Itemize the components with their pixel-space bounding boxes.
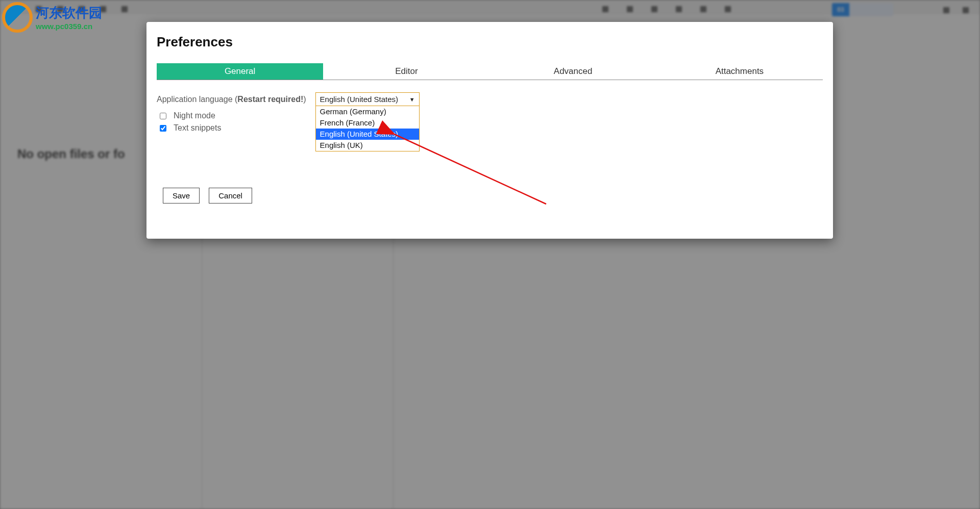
language-dropdown: German (Germany) French (France) English… xyxy=(315,106,420,151)
chevron-down-icon: ▼ xyxy=(409,96,415,103)
language-selected-value: English (United States) xyxy=(320,95,398,104)
night-mode-label: Night mode xyxy=(174,111,215,120)
logo-title: 河东软件园 xyxy=(36,4,102,22)
text-snippets-checkbox[interactable] xyxy=(160,125,166,132)
language-option-german[interactable]: German (Germany) xyxy=(316,106,419,117)
language-select[interactable]: English (United States) ▼ xyxy=(315,92,420,106)
language-option-english-uk[interactable]: English (UK) xyxy=(316,140,419,151)
language-option-english-us[interactable]: English (United States) xyxy=(316,129,419,140)
text-snippets-label: Text snippets xyxy=(174,123,221,133)
dialog-buttons: Save Cancel xyxy=(163,188,823,203)
language-select-wrapper: English (United States) ▼ German (German… xyxy=(315,92,420,106)
night-mode-checkbox[interactable] xyxy=(160,113,166,119)
save-button[interactable]: Save xyxy=(163,188,200,203)
tab-editor[interactable]: Editor xyxy=(323,63,489,80)
tab-general[interactable]: General xyxy=(157,63,323,80)
dialog-title: Preferences xyxy=(157,34,823,50)
tab-attachments[interactable]: Attachments xyxy=(656,63,823,80)
tab-advanced[interactable]: Advanced xyxy=(490,63,656,80)
watermark-logo: 河东软件园 www.pc0359.cn xyxy=(2,2,102,33)
logo-url: www.pc0359.cn xyxy=(36,22,102,31)
logo-icon xyxy=(2,2,33,33)
language-label: Application language (Restart required!) xyxy=(157,95,306,104)
language-row: Application language (Restart required!)… xyxy=(157,92,823,106)
cancel-button[interactable]: Cancel xyxy=(209,188,252,203)
language-option-french[interactable]: French (France) xyxy=(316,117,419,129)
tabs-bar: General Editor Advanced Attachments xyxy=(157,63,823,80)
night-mode-row: Night mode xyxy=(160,111,823,120)
text-snippets-row: Text snippets xyxy=(160,123,823,133)
preferences-dialog: Preferences General Editor Advanced Atta… xyxy=(146,22,833,239)
